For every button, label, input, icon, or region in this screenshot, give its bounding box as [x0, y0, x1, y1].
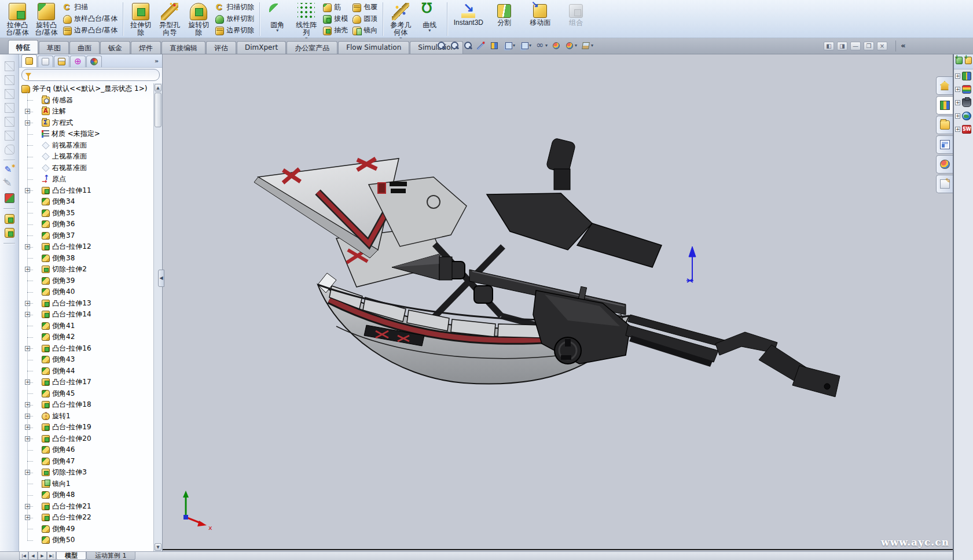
taskpane-tab-custom-properties[interactable] [936, 175, 953, 193]
linear-pattern-button[interactable]: 线性阵列▾ [292, 1, 321, 37]
study-nav-3[interactable]: ▶| [47, 552, 56, 560]
expand-icon[interactable]: + [955, 73, 960, 79]
taskpane-tab-file-explorer[interactable] [936, 116, 953, 134]
sweep-button[interactable]: 扫描 [61, 2, 120, 13]
expand-icon[interactable]: + [25, 515, 30, 520]
propertymanager-tab[interactable] [38, 56, 53, 67]
tab-办公室产品[interactable]: 办公室产品 [287, 41, 337, 54]
tree-item[interactable]: 倒角48 [25, 489, 153, 501]
expand-icon[interactable]: + [25, 380, 30, 385]
tree-item[interactable]: 倒角49 [25, 524, 153, 535]
tree-item[interactable]: 倒角50 [25, 535, 153, 546]
expand-icon[interactable]: + [25, 188, 30, 193]
expand-icon[interactable]: + [25, 346, 30, 351]
hide-show-items-button[interactable]: ▾ [534, 40, 549, 51]
tree-item[interactable]: +凸台-拉伸17 [25, 377, 153, 388]
view-cube-5-icon[interactable] [5, 117, 14, 127]
tree-item[interactable]: 倒角35 [25, 208, 153, 219]
tab-Flow Simulation[interactable]: Flow Simulation [338, 41, 409, 54]
pane-toggle-right-button[interactable]: ◨ [837, 42, 847, 50]
dimxpertmanager-tab[interactable]: ⊕ [70, 56, 86, 67]
loft-button[interactable]: 放样凸台/基体 [61, 13, 120, 25]
tree-item[interactable]: +凸台-拉伸19 [25, 422, 153, 433]
tree-item[interactable]: +凸台-拉伸11 [25, 185, 153, 197]
expand-icon[interactable]: + [955, 113, 960, 119]
panel-tabs-overflow[interactable]: » [155, 57, 159, 65]
study-tab-运动算例 1[interactable]: 运动算例 1 [86, 552, 135, 560]
tab-钣金[interactable]: 钣金 [100, 41, 130, 54]
study-tab-模型[interactable]: 模型 [56, 552, 86, 560]
expand-icon[interactable]: + [25, 402, 30, 407]
add-sketch-icon[interactable] [5, 179, 14, 189]
move-face-button[interactable]: 移动面 [522, 1, 558, 37]
expand-icon[interactable]: + [25, 470, 30, 475]
filter-input[interactable] [34, 72, 156, 79]
tree-item[interactable]: 倒角45 [25, 388, 153, 400]
tree-item[interactable]: 传感器 [25, 95, 153, 106]
filter-wand-button[interactable] [475, 40, 487, 51]
tree-item[interactable]: 原点 [25, 174, 153, 185]
magnified-selection-button[interactable] [462, 40, 473, 51]
boundary-boss-button[interactable]: 边界凸台/基体 [61, 25, 120, 36]
view-orientation-button[interactable]: ▾ [502, 40, 516, 51]
instant-boss-1-icon[interactable] [5, 214, 14, 224]
tree-item[interactable]: 倒角46 [25, 444, 153, 456]
revolve-boss-button[interactable]: 旋转凸台/基体 [32, 1, 61, 37]
restore-button[interactable]: ❐ [864, 42, 874, 50]
section-view-button[interactable] [489, 40, 500, 51]
taskpane-tab-appearances-scenes[interactable] [936, 155, 953, 174]
tree-item[interactable]: 材质 <未指定> [25, 128, 153, 140]
sweep-cut-button[interactable]: 扫描切除 [213, 2, 256, 13]
tree-item[interactable]: 倒角34 [25, 196, 153, 208]
expand-icon[interactable]: + [25, 414, 30, 419]
view-cube-round-icon[interactable] [5, 145, 14, 154]
view-cube-1-icon[interactable] [5, 61, 14, 71]
edit-sketch-icon[interactable] [5, 165, 14, 175]
tree-item[interactable]: 倒角40 [25, 286, 153, 298]
tree-item[interactable]: 前视基准面 [25, 140, 153, 152]
draft-button[interactable]: 拔模 [321, 13, 350, 25]
dome-button[interactable]: 圆顶 [350, 13, 380, 25]
tree-item[interactable]: +凸台-拉伸20 [25, 433, 153, 445]
view-cube-6-icon[interactable] [5, 131, 14, 141]
expand-icon[interactable]: + [25, 312, 30, 317]
view-settings-button[interactable]: ▾ [580, 40, 594, 51]
wrap-button[interactable]: 包覆 [350, 2, 380, 13]
displaymanager-tab[interactable] [86, 56, 102, 67]
taskpane-tab-home[interactable] [936, 76, 953, 95]
zoom-to-area-button[interactable] [449, 40, 460, 51]
tab-DimXpert[interactable]: DimXpert [237, 41, 286, 54]
tree-item[interactable]: +方程式 [25, 117, 153, 129]
expand-icon[interactable]: + [25, 120, 30, 126]
tree-item[interactable]: +凸台-拉伸13 [25, 298, 153, 310]
tab-草图[interactable]: 草图 [39, 41, 69, 54]
scroll-down-arrow[interactable]: ▼ [155, 543, 161, 551]
scroll-thumb[interactable] [155, 93, 161, 127]
hole-wizard-button[interactable]: 异型孔向导 [155, 1, 184, 37]
tree-item[interactable]: 倒角42 [25, 331, 153, 343]
taskpane-tab-view-palette[interactable] [936, 135, 953, 154]
extrude-boss-button[interactable]: 拉伸凸台/基体 [3, 1, 32, 37]
tree-item[interactable]: 上视基准面 [25, 151, 153, 163]
tab-直接编辑[interactable]: 直接编辑 [161, 41, 205, 54]
collapse-ribbon-button[interactable]: « [895, 40, 910, 51]
tree-item[interactable]: +注解 [25, 106, 153, 117]
view-cube-3-icon[interactable] [5, 89, 14, 99]
curves-button[interactable]: 曲线▾ [415, 1, 444, 37]
reference-geometry-button[interactable]: 参考几何体▾ [386, 1, 415, 37]
study-nav-2[interactable]: ▶ [38, 552, 47, 560]
expand-icon[interactable]: + [25, 244, 30, 249]
library-tree-item[interactable]: + [954, 83, 973, 96]
boundary-cut-button[interactable]: 边界切除 [213, 25, 256, 36]
view-cube-2-icon[interactable] [5, 75, 14, 85]
loft-cut-button[interactable]: 放样切割 [213, 13, 256, 25]
tree-item[interactable]: +凸台-拉伸16 [25, 343, 153, 355]
tab-曲面[interactable]: 曲面 [69, 41, 100, 54]
tree-item[interactable]: 倒角43 [25, 354, 153, 366]
instant3d-button[interactable]: Instant3D [450, 1, 486, 37]
tree-item[interactable]: 倒角38 [25, 253, 153, 264]
quick-snaps-icon[interactable] [5, 193, 14, 203]
expand-icon[interactable]: + [25, 436, 30, 441]
tab-评估[interactable]: 评估 [206, 41, 236, 54]
mirror-button[interactable]: 镜向 [350, 25, 380, 36]
